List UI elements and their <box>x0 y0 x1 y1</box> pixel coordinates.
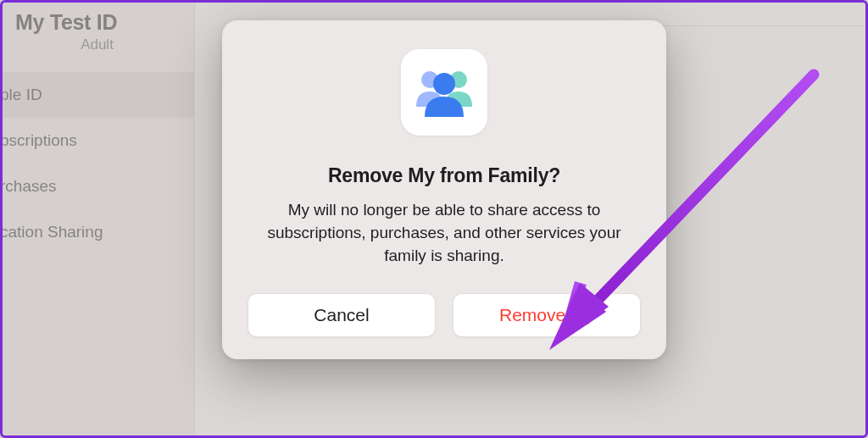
family-sharing-icon <box>401 49 487 136</box>
dialog-actions: Cancel Remove My <box>248 293 641 337</box>
svg-point-2 <box>433 73 455 95</box>
remove-from-family-dialog: Remove My from Family? My will no longer… <box>222 20 666 359</box>
button-label: Remove My <box>499 305 594 325</box>
dialog-body: My will no longer be able to share acces… <box>248 199 641 268</box>
cancel-button[interactable]: Cancel <box>248 293 436 337</box>
remove-confirm-button[interactable]: Remove My <box>453 293 641 337</box>
dialog-title: Remove My from Family? <box>248 164 641 187</box>
button-label: Cancel <box>314 305 369 325</box>
